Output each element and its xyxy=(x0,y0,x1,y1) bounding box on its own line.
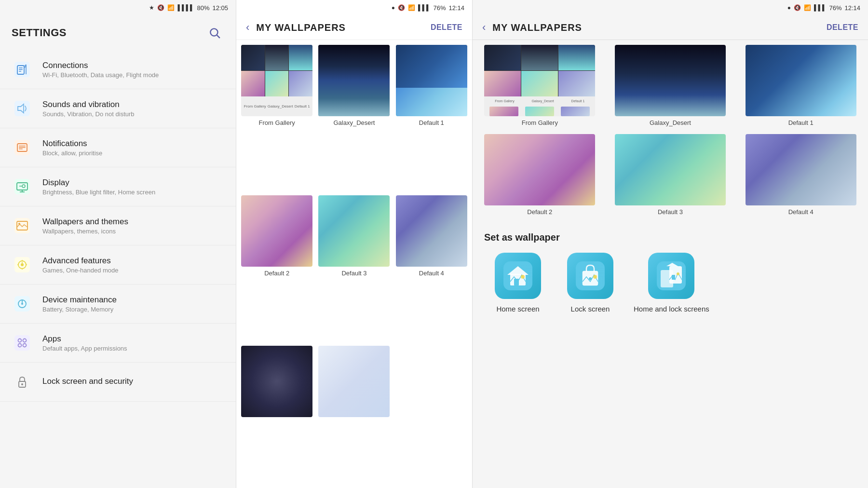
device-text: Device maintenance Battery, Storage, Mem… xyxy=(42,295,117,313)
wallpaper-option-lock-screen[interactable]: Lock screen xyxy=(561,253,619,313)
wifi-icon-2: 📶 xyxy=(408,4,415,11)
signal-icon-3: ▌▌▌ xyxy=(814,4,827,11)
wallpaper-cell-default1[interactable]: Default 1 xyxy=(393,42,470,192)
settings-title: SETTINGS xyxy=(12,27,67,39)
svg-point-49 xyxy=(521,275,525,279)
sounds-icon xyxy=(12,98,33,119)
wallpaper-cell-default3[interactable]: Default 3 xyxy=(315,192,393,343)
wallpaper-option-home-and-lock[interactable]: Home and lock screens xyxy=(634,253,709,313)
display-subtitle: Brightness, Blue light filter, Home scre… xyxy=(42,189,155,196)
settings-item-apps[interactable]: Apps Default apps, App permissions xyxy=(0,324,236,363)
svg-rect-37 xyxy=(14,335,30,351)
search-button[interactable] xyxy=(205,23,224,42)
lockscreen-title: Lock screen and security xyxy=(42,377,133,386)
wallpaper-thumb-default4 xyxy=(396,195,467,267)
wallpaper-cell-right-default1[interactable]: Default 1 xyxy=(735,42,866,131)
settings-item-sounds[interactable]: Sounds and vibration Sounds, Vibration, … xyxy=(0,89,236,128)
settings-item-lockscreen[interactable]: Lock screen and security xyxy=(0,363,236,402)
device-title: Device maintenance xyxy=(42,295,117,305)
home-screen-label: Home screen xyxy=(496,305,539,313)
wallpapers-title-right: MY WALLPAPERS xyxy=(492,22,582,33)
wallpapers-header-right: ‹ MY WALLPAPERS DELETE xyxy=(473,15,868,40)
advanced-text: Advanced features Games, One-handed mode xyxy=(42,256,119,274)
settings-item-display[interactable]: Display Brightness, Blue light filter, H… xyxy=(0,167,236,206)
wallpaper-cell-default2[interactable]: Default 2 xyxy=(238,192,315,343)
svg-point-0 xyxy=(210,28,217,36)
settings-item-connections[interactable]: Connections Wi-Fi, Bluetooth, Data usage… xyxy=(0,50,236,89)
wallpapers-panel-middle: ● 🔇 📶 ▌▌▌ 76% 12:14 ‹ MY WALLPAPERS DELE… xyxy=(236,0,473,488)
sounds-title: Sounds and vibration xyxy=(42,100,135,109)
wallpaper-thumb-right-from-gallery: From GalleryGalaxy_DesertDefault 1 xyxy=(484,45,595,116)
mute-icon-2: 🔇 xyxy=(398,4,405,11)
time-text-3: 12:14 xyxy=(844,4,860,12)
wallpaper-cell-right-from-gallery[interactable]: From GalleryGalaxy_DesertDefault 1 From … xyxy=(475,42,605,131)
settings-item-wallpapers[interactable]: Wallpapers and themes Wallpapers, themes… xyxy=(0,206,236,245)
wallpaper-cell-dark-spiral[interactable] xyxy=(238,343,315,486)
svg-point-32 xyxy=(21,263,24,266)
wallpaper-label-from-gallery: From Gallery xyxy=(259,119,295,126)
svg-rect-7 xyxy=(19,68,23,68)
wallpapers-header-middle: ‹ MY WALLPAPERS DELETE xyxy=(236,15,472,40)
notifications-icon xyxy=(12,137,33,158)
connections-subtitle: Wi-Fi, Bluetooth, Data usage, Flight mod… xyxy=(42,71,159,79)
svg-point-44 xyxy=(21,383,23,385)
wallpaper-label-right-from-gallery: From Gallery xyxy=(522,119,558,126)
sounds-subtitle: Sounds, Vibration, Do not disturb xyxy=(42,110,135,118)
battery-text-3: 76% xyxy=(829,4,841,12)
connections-title: Connections xyxy=(42,61,159,70)
wallpaper-thumb-from-gallery: From Gallery Galaxy_Desert Default 1 xyxy=(241,45,312,116)
notifications-text: Notifications Block, allow, prioritise xyxy=(42,139,102,157)
svg-rect-14 xyxy=(19,146,26,147)
wallpaper-cell-galaxy-desert[interactable]: Galaxy_Desert xyxy=(315,42,393,192)
settings-item-advanced[interactable]: Advanced features Games, One-handed mode xyxy=(0,245,236,285)
advanced-title: Advanced features xyxy=(42,256,119,266)
display-icon xyxy=(12,176,33,197)
status-bar-1: ★ 🔇 📶 ▌▌▌▌ 80% 12:05 xyxy=(0,0,236,15)
back-button-middle[interactable]: ‹ xyxy=(246,21,249,34)
wallpaper-cell-default4[interactable]: Default 4 xyxy=(393,192,470,343)
delete-button-right[interactable]: DELETE xyxy=(827,23,858,32)
wallpaper-label-default3: Default 3 xyxy=(341,270,366,277)
delete-button-middle[interactable]: DELETE xyxy=(431,23,462,32)
status-bar-3: ● 🔇 📶 ▌▌▌ 76% 12:14 xyxy=(473,0,868,15)
advanced-icon xyxy=(12,254,33,275)
signal-icon: ▌▌▌▌ xyxy=(177,4,194,11)
bt-icon-3: ● xyxy=(787,4,791,11)
wallpapers-text: Wallpapers and themes Wallpapers, themes… xyxy=(42,217,128,235)
wallpaper-cell-white-feather[interactable] xyxy=(315,343,393,486)
wallpaper-cell-right-default3[interactable]: Default 3 xyxy=(605,131,736,220)
mute-icon-3: 🔇 xyxy=(794,4,801,11)
settings-item-notifications[interactable]: Notifications Block, allow, prioritise xyxy=(0,128,236,167)
time-text-1: 12:05 xyxy=(212,4,228,12)
wallpaper-label-right-default1: Default 1 xyxy=(788,119,814,126)
connections-text: Connections Wi-Fi, Bluetooth, Data usage… xyxy=(42,61,159,79)
wallpapers-title-middle: MY WALLPAPERS xyxy=(256,22,346,33)
connections-icon xyxy=(12,59,33,80)
lock-screen-label: Lock screen xyxy=(571,305,610,313)
wallpaper-cell-right-galaxy-desert[interactable]: Galaxy_Desert xyxy=(605,42,736,131)
wallpapers-subtitle: Wallpapers, themes, icons xyxy=(42,228,128,235)
settings-item-device[interactable]: Device maintenance Battery, Storage, Mem… xyxy=(0,285,236,324)
wallpaper-label-default4: Default 4 xyxy=(419,270,444,277)
apps-title: Apps xyxy=(42,334,127,344)
wallpaper-label-default2: Default 2 xyxy=(264,270,289,277)
battery-text-1: 80% xyxy=(197,4,209,12)
svg-point-53 xyxy=(593,275,597,279)
wallpaper-cell-right-default4[interactable]: Default 4 xyxy=(735,131,866,220)
wallpaper-label-galaxy-desert: Galaxy_Desert xyxy=(334,119,375,126)
wallpaper-cell-right-default2[interactable]: Default 2 xyxy=(475,131,605,220)
status-bar-2: ● 🔇 📶 ▌▌▌ 76% 12:14 xyxy=(236,0,472,15)
bt-icon-2: ● xyxy=(392,4,395,11)
wallpapers-icon xyxy=(12,215,33,236)
wallpaper-thumb-right-default2 xyxy=(484,134,595,205)
lockscreen-text: Lock screen and security xyxy=(42,377,133,387)
back-button-right[interactable]: ‹ xyxy=(482,21,486,34)
set-as-wallpaper-title: Set as wallpaper xyxy=(484,232,856,243)
header-left-right: ‹ MY WALLPAPERS xyxy=(482,21,582,34)
wallpaper-thumb-right-default1 xyxy=(746,45,856,116)
wallpaper-cell-from-gallery[interactable]: From Gallery Galaxy_Desert Default 1 Fro… xyxy=(238,42,315,192)
svg-point-25 xyxy=(18,223,20,225)
wallpapers-grid-middle: From Gallery Galaxy_Desert Default 1 Fro… xyxy=(236,40,472,488)
wallpaper-option-home-screen[interactable]: Home screen xyxy=(489,253,547,313)
svg-rect-16 xyxy=(19,149,23,149)
